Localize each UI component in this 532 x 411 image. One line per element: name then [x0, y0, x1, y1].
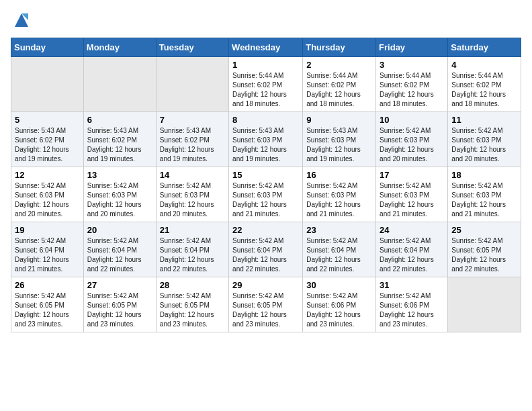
day-number: 14 [160, 170, 225, 180]
day-info: Sunrise: 5:42 AM Sunset: 6:03 PM Dayligh… [232, 181, 299, 219]
week-row-3: 12Sunrise: 5:42 AM Sunset: 6:03 PM Dayli… [11, 167, 521, 222]
day-cell: 7Sunrise: 5:43 AM Sunset: 6:02 PM Daylig… [156, 112, 228, 167]
day-cell: 9Sunrise: 5:43 AM Sunset: 6:03 PM Daylig… [303, 112, 376, 167]
day-cell: 8Sunrise: 5:43 AM Sunset: 6:03 PM Daylig… [229, 112, 303, 167]
day-info: Sunrise: 5:43 AM Sunset: 6:02 PM Dayligh… [160, 126, 225, 164]
day-info: Sunrise: 5:42 AM Sunset: 6:04 PM Dayligh… [380, 236, 444, 274]
day-number: 21 [160, 225, 225, 235]
day-cell: 27Sunrise: 5:42 AM Sunset: 6:05 PM Dayli… [83, 277, 156, 332]
header-cell-tuesday: Tuesday [156, 38, 228, 57]
day-number: 18 [451, 170, 517, 180]
day-cell: 1Sunrise: 5:44 AM Sunset: 6:02 PM Daylig… [229, 57, 303, 112]
day-number: 8 [232, 115, 299, 125]
day-info: Sunrise: 5:42 AM Sunset: 6:03 PM Dayligh… [160, 181, 225, 219]
day-number: 17 [380, 170, 444, 180]
day-info: Sunrise: 5:42 AM Sunset: 6:06 PM Dayligh… [306, 291, 372, 329]
day-info: Sunrise: 5:42 AM Sunset: 6:05 PM Dayligh… [87, 291, 152, 329]
day-cell: 21Sunrise: 5:42 AM Sunset: 6:04 PM Dayli… [156, 222, 228, 277]
day-cell: 28Sunrise: 5:42 AM Sunset: 6:05 PM Dayli… [156, 277, 228, 332]
day-cell: 16Sunrise: 5:42 AM Sunset: 6:03 PM Dayli… [303, 167, 376, 222]
day-info: Sunrise: 5:43 AM Sunset: 6:03 PM Dayligh… [232, 126, 299, 164]
day-number: 19 [15, 225, 80, 235]
day-cell: 23Sunrise: 5:42 AM Sunset: 6:04 PM Dayli… [303, 222, 376, 277]
day-number: 7 [160, 115, 225, 125]
day-number: 9 [306, 115, 372, 125]
header-cell-saturday: Saturday [448, 38, 521, 57]
week-row-1: 1Sunrise: 5:44 AM Sunset: 6:02 PM Daylig… [11, 57, 521, 112]
day-cell: 2Sunrise: 5:44 AM Sunset: 6:02 PM Daylig… [303, 57, 376, 112]
day-cell: 13Sunrise: 5:42 AM Sunset: 6:03 PM Dayli… [83, 167, 156, 222]
day-info: Sunrise: 5:42 AM Sunset: 6:06 PM Dayligh… [380, 291, 444, 329]
day-cell: 18Sunrise: 5:42 AM Sunset: 6:03 PM Dayli… [448, 167, 521, 222]
day-cell: 12Sunrise: 5:42 AM Sunset: 6:03 PM Dayli… [11, 167, 84, 222]
day-cell [156, 57, 228, 112]
day-info: Sunrise: 5:43 AM Sunset: 6:02 PM Dayligh… [87, 126, 152, 164]
day-info: Sunrise: 5:42 AM Sunset: 6:05 PM Dayligh… [15, 291, 80, 329]
day-number: 4 [451, 60, 517, 70]
day-number: 26 [15, 280, 80, 290]
day-info: Sunrise: 5:42 AM Sunset: 6:03 PM Dayligh… [15, 181, 80, 219]
day-number: 31 [380, 280, 444, 290]
day-cell [83, 57, 156, 112]
day-number: 30 [306, 280, 372, 290]
day-number: 22 [232, 225, 299, 235]
day-cell: 22Sunrise: 5:42 AM Sunset: 6:04 PM Dayli… [229, 222, 303, 277]
day-info: Sunrise: 5:42 AM Sunset: 6:05 PM Dayligh… [160, 291, 225, 329]
logo-icon [12, 11, 31, 30]
day-info: Sunrise: 5:42 AM Sunset: 6:04 PM Dayligh… [15, 236, 80, 274]
day-info: Sunrise: 5:44 AM Sunset: 6:02 PM Dayligh… [306, 71, 372, 109]
day-info: Sunrise: 5:42 AM Sunset: 6:04 PM Dayligh… [306, 236, 372, 274]
page-header [11, 11, 521, 30]
day-cell: 25Sunrise: 5:42 AM Sunset: 6:05 PM Dayli… [448, 222, 521, 277]
day-cell: 4Sunrise: 5:44 AM Sunset: 6:02 PM Daylig… [448, 57, 521, 112]
day-cell: 24Sunrise: 5:42 AM Sunset: 6:04 PM Dayli… [376, 222, 448, 277]
day-cell: 29Sunrise: 5:42 AM Sunset: 6:05 PM Dayli… [229, 277, 303, 332]
header-cell-friday: Friday [376, 38, 448, 57]
day-cell: 10Sunrise: 5:42 AM Sunset: 6:03 PM Dayli… [376, 112, 448, 167]
day-info: Sunrise: 5:44 AM Sunset: 6:02 PM Dayligh… [232, 71, 299, 109]
day-number: 28 [160, 280, 225, 290]
day-info: Sunrise: 5:43 AM Sunset: 6:03 PM Dayligh… [306, 126, 372, 164]
day-info: Sunrise: 5:42 AM Sunset: 6:05 PM Dayligh… [451, 236, 517, 274]
day-info: Sunrise: 5:44 AM Sunset: 6:02 PM Dayligh… [451, 71, 517, 109]
calendar-table: SundayMondayTuesdayWednesdayThursdayFrid… [11, 38, 521, 332]
day-number: 3 [380, 60, 444, 70]
day-info: Sunrise: 5:42 AM Sunset: 6:03 PM Dayligh… [451, 181, 517, 219]
day-cell: 30Sunrise: 5:42 AM Sunset: 6:06 PM Dayli… [303, 277, 376, 332]
header-cell-wednesday: Wednesday [229, 38, 303, 57]
day-number: 27 [87, 280, 152, 290]
week-row-4: 19Sunrise: 5:42 AM Sunset: 6:04 PM Dayli… [11, 222, 521, 277]
day-info: Sunrise: 5:42 AM Sunset: 6:04 PM Dayligh… [87, 236, 152, 274]
day-cell: 19Sunrise: 5:42 AM Sunset: 6:04 PM Dayli… [11, 222, 84, 277]
day-info: Sunrise: 5:42 AM Sunset: 6:03 PM Dayligh… [380, 126, 444, 164]
day-cell: 6Sunrise: 5:43 AM Sunset: 6:02 PM Daylig… [83, 112, 156, 167]
day-cell: 3Sunrise: 5:44 AM Sunset: 6:02 PM Daylig… [376, 57, 448, 112]
day-cell: 26Sunrise: 5:42 AM Sunset: 6:05 PM Dayli… [11, 277, 84, 332]
day-info: Sunrise: 5:44 AM Sunset: 6:02 PM Dayligh… [380, 71, 444, 109]
day-cell: 31Sunrise: 5:42 AM Sunset: 6:06 PM Dayli… [376, 277, 448, 332]
logo [11, 11, 31, 30]
week-row-2: 5Sunrise: 5:43 AM Sunset: 6:02 PM Daylig… [11, 112, 521, 167]
day-info: Sunrise: 5:42 AM Sunset: 6:03 PM Dayligh… [87, 181, 152, 219]
header-row: SundayMondayTuesdayWednesdayThursdayFrid… [11, 38, 521, 57]
day-info: Sunrise: 5:42 AM Sunset: 6:04 PM Dayligh… [232, 236, 299, 274]
day-cell: 11Sunrise: 5:42 AM Sunset: 6:03 PM Dayli… [448, 112, 521, 167]
day-info: Sunrise: 5:43 AM Sunset: 6:02 PM Dayligh… [15, 126, 80, 164]
day-number: 25 [451, 225, 517, 235]
header-cell-thursday: Thursday [303, 38, 376, 57]
day-cell: 20Sunrise: 5:42 AM Sunset: 6:04 PM Dayli… [83, 222, 156, 277]
day-number: 24 [380, 225, 444, 235]
header-cell-sunday: Sunday [11, 38, 84, 57]
day-info: Sunrise: 5:42 AM Sunset: 6:03 PM Dayligh… [306, 181, 372, 219]
day-cell: 15Sunrise: 5:42 AM Sunset: 6:03 PM Dayli… [229, 167, 303, 222]
day-number: 23 [306, 225, 372, 235]
day-number: 6 [87, 115, 152, 125]
day-info: Sunrise: 5:42 AM Sunset: 6:03 PM Dayligh… [380, 181, 444, 219]
day-number: 11 [451, 115, 517, 125]
day-number: 12 [15, 170, 80, 180]
day-number: 5 [15, 115, 80, 125]
day-info: Sunrise: 5:42 AM Sunset: 6:03 PM Dayligh… [451, 126, 517, 164]
day-cell: 5Sunrise: 5:43 AM Sunset: 6:02 PM Daylig… [11, 112, 84, 167]
day-number: 13 [87, 170, 152, 180]
day-number: 15 [232, 170, 299, 180]
